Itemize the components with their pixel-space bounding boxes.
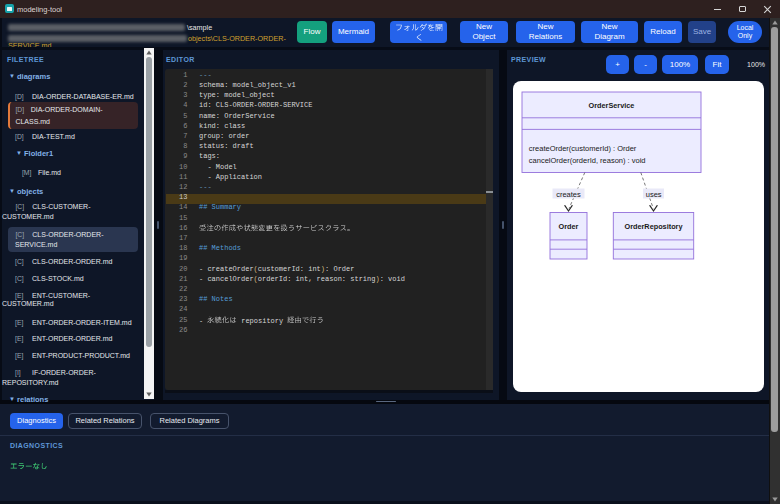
svg-text:OrderService: OrderService	[589, 101, 635, 110]
svg-text:uses: uses	[646, 190, 662, 199]
svg-text:creates: creates	[556, 190, 581, 199]
svg-text:cancelOrder(orderId, reason) :: cancelOrder(orderId, reason) : void	[529, 156, 646, 165]
svg-text:Order: Order	[559, 222, 579, 231]
svg-text:OrderRepository: OrderRepository	[625, 222, 684, 231]
svg-text:createOrder(customerId) : Orde: createOrder(customerId) : Order	[529, 144, 637, 153]
